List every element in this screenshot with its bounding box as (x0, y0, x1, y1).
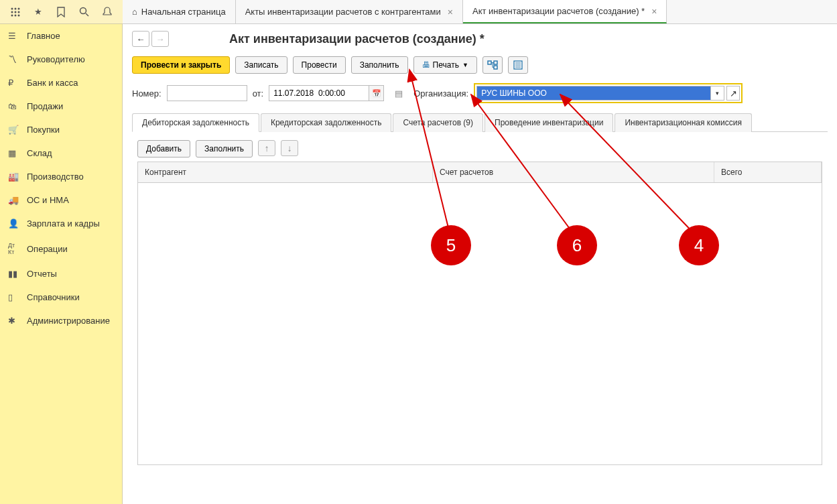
ops-icon: Дт Кт (8, 242, 20, 255)
subtab-commission[interactable]: Инвентаризационная комиссия (615, 113, 752, 132)
tab-home[interactable]: ⌂ Начальная страница (123, 0, 236, 23)
main-area: ⌂ Начальная страница Акты инвентаризации… (123, 0, 837, 504)
bars-icon: ▮▮ (8, 269, 20, 279)
structure-button[interactable] (482, 56, 503, 74)
org-field-wrap: ▾ ↗ (474, 83, 743, 103)
sidebar-item-label: Зарплата и кадры (27, 218, 100, 229)
col-account[interactable]: Счет расчетов (433, 162, 714, 182)
sidebar-item-warehouse[interactable]: ▦ Склад (0, 141, 122, 165)
close-icon[interactable]: × (651, 6, 657, 17)
gear-icon: ✱ (8, 316, 20, 326)
sidebar-item-label: Производство (27, 172, 84, 182)
org-open-button[interactable]: ↗ (726, 86, 740, 101)
home-icon: ⌂ (132, 7, 137, 17)
bank-icon: ₽ (8, 78, 20, 88)
sidebar-item-operations[interactable]: Дт Кт Операции (0, 235, 122, 262)
calendar-button[interactable]: 📅 (369, 85, 384, 101)
svg-point-0 (11, 7, 13, 9)
write-button[interactable]: Записать (235, 56, 287, 74)
bag-icon: 🛍 (8, 101, 20, 111)
org-label: Организация: (413, 88, 468, 99)
search-icon[interactable] (78, 5, 91, 19)
col-total[interactable]: Всего (714, 162, 822, 182)
svg-point-2 (18, 7, 20, 9)
svg-point-6 (11, 14, 13, 16)
sidebar-item-purchases[interactable]: 🛒 Покупки (0, 118, 122, 141)
person-icon: 👤 (8, 218, 20, 229)
subtab-debit[interactable]: Дебиторская задолженность (132, 113, 259, 132)
move-down-button[interactable]: ↓ (281, 140, 298, 156)
table-body[interactable] (138, 183, 822, 464)
svg-point-7 (15, 14, 17, 16)
tab-label: Акт инвентаризации расчетов (создание) * (472, 6, 645, 16)
close-icon[interactable]: × (448, 7, 453, 17)
table-toolbar: Добавить Заполнить ↑ ↓ (132, 136, 828, 162)
top-iconbar: ★ (0, 0, 123, 24)
svg-rect-13 (494, 66, 497, 69)
sidebar-item-bank[interactable]: ₽ Банк и касса (0, 71, 122, 94)
book-icon: ▯ (8, 292, 20, 302)
svg-point-8 (18, 14, 20, 16)
tab-bar: ⌂ Начальная страница Акты инвентаризации… (123, 0, 837, 24)
sidebar-item-admin[interactable]: ✱ Администрирование (0, 309, 122, 332)
tab-label: Акты инвентаризации расчетов с контраген… (245, 7, 441, 17)
subtab-accounts[interactable]: Счета расчетов (9) (393, 113, 483, 132)
svg-point-5 (18, 11, 20, 13)
subtab-credit[interactable]: Кредиторская задолженность (261, 113, 391, 132)
nav-forward-button[interactable]: → (151, 31, 169, 47)
number-input[interactable] (167, 85, 247, 101)
org-dropdown-button[interactable]: ▾ (711, 86, 724, 101)
move-up-button[interactable]: ↑ (258, 140, 275, 156)
sidebar-item-catalogs[interactable]: ▯ Справочники (0, 286, 122, 309)
star-icon[interactable]: ★ (31, 5, 45, 19)
subtabs: Дебиторская задолженность Кредиторская з… (132, 113, 828, 132)
cart-icon: 🛒 (8, 125, 20, 135)
sidebar-item-main[interactable]: ☰ Главное (0, 24, 122, 48)
sidebar-item-production[interactable]: 🏭 Производство (0, 165, 122, 188)
chart-icon: 〽 (8, 54, 20, 64)
list-button[interactable] (508, 56, 528, 74)
subtab-inventory[interactable]: Проведение инвентаризации (485, 113, 613, 132)
external-icon: ↗ (730, 88, 737, 99)
arrow-down-icon: ↓ (287, 143, 292, 153)
post-button[interactable]: Провести (293, 56, 346, 74)
tab-inventory-list[interactable]: Акты инвентаризации расчетов с контраген… (236, 0, 463, 23)
doc-icon[interactable]: ▤ (395, 88, 403, 99)
sidebar-item-hr[interactable]: 👤 Зарплата и кадры (0, 212, 122, 235)
sidebar-item-label: ОС и НМА (27, 195, 69, 205)
add-button[interactable]: Добавить (137, 140, 190, 158)
sidebar-item-label: Продажи (27, 101, 63, 111)
table-fill-button[interactable]: Заполнить (196, 140, 253, 158)
number-label: Номер: (132, 88, 162, 99)
sidebar-item-label: Руководителю (27, 54, 85, 64)
tab-label: Начальная страница (141, 7, 226, 17)
sidebar-item-sales[interactable]: 🛍 Продажи (0, 94, 122, 118)
sidebar-item-assets[interactable]: 🚚 ОС и НМА (0, 188, 122, 212)
post-and-close-button[interactable]: Провести и закрыть (132, 56, 230, 74)
org-input[interactable] (476, 86, 711, 101)
sidebar-item-label: Главное (27, 31, 60, 41)
date-field: 📅 (269, 85, 384, 101)
truck-icon: 🚚 (8, 195, 20, 205)
nav-back-button[interactable]: ← (132, 31, 149, 47)
sidebar-item-manager[interactable]: 〽 Руководителю (0, 48, 122, 71)
print-button[interactable]: 🖶 Печать ▼ (413, 56, 477, 74)
fill-button[interactable]: Заполнить (351, 56, 408, 74)
date-input[interactable] (269, 85, 369, 101)
form-row: Номер: от: 📅 ▤ Организация: ▾ (132, 83, 828, 103)
tab-inventory-create[interactable]: Акт инвентаризации расчетов (создание) *… (463, 0, 667, 23)
svg-line-10 (86, 13, 88, 16)
bookmark-icon[interactable] (54, 5, 68, 19)
sidebar-item-reports[interactable]: ▮▮ Отчеты (0, 262, 122, 286)
boxes-icon: ▦ (8, 148, 20, 158)
sidebar-item-label: Банк и касса (27, 78, 78, 88)
svg-rect-12 (494, 61, 497, 64)
svg-point-1 (15, 7, 17, 9)
content: ← → Акт инвентаризации расчетов (создани… (123, 24, 837, 504)
svg-point-4 (15, 11, 17, 13)
print-label: Печать (433, 60, 459, 70)
apps-icon[interactable] (9, 5, 22, 19)
col-counterparty[interactable]: Контрагент (138, 162, 433, 182)
bell-icon[interactable] (101, 5, 114, 19)
arrow-up-icon: ↑ (265, 143, 269, 153)
